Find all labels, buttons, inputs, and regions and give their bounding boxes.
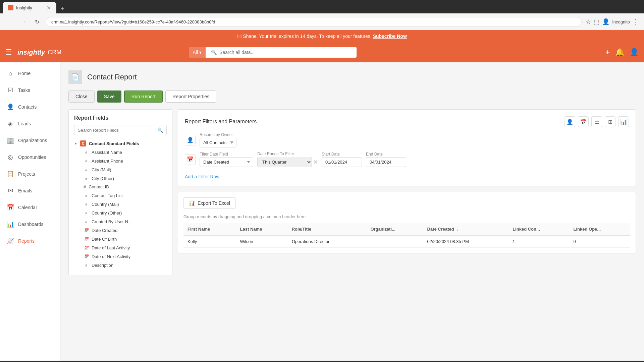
cell-first-name[interactable]: Kelly [183, 235, 236, 248]
calendar-icon: 📅 [7, 204, 14, 211]
field-item[interactable]: a Country (Other) [74, 208, 167, 217]
field-item[interactable]: 📅 Date Of Birth [74, 235, 167, 243]
field-name: Country (Mail) [92, 202, 119, 207]
subscribe-link[interactable]: Subscribe Now [373, 34, 407, 39]
field-item[interactable]: # Contact ID [74, 183, 167, 191]
tab-close-button[interactable]: ✕ [47, 5, 51, 11]
status-bar: https://crm.na1.insightly.com/Reports/Vi… [0, 361, 644, 362]
field-item[interactable]: 📅 Date of Next Activity [74, 252, 167, 261]
export-excel-button[interactable]: 📊 Export To Excel [183, 197, 236, 209]
back-button[interactable]: ← [5, 17, 15, 26]
sort-icon: ↕ [457, 227, 459, 231]
search-fields-wrap[interactable]: 🔍 [74, 125, 167, 135]
close-button[interactable]: Close [68, 90, 95, 103]
export-icon: 📊 [189, 200, 195, 206]
sidebar-item-label: Organizations [18, 138, 47, 143]
field-item[interactable]: a Country (Mail) [74, 200, 167, 208]
col-date-created[interactable]: Date Created ↕ [423, 223, 508, 235]
date-range-select[interactable]: This Quarter [257, 157, 312, 167]
menu-icon[interactable]: ⋮ [633, 18, 639, 25]
refresh-button[interactable]: ↻ [32, 17, 42, 26]
user-icon[interactable]: 👤 [630, 48, 639, 57]
trial-banner: Hi Shane. Your trial expires in 14 days.… [0, 30, 644, 42]
search-input[interactable] [219, 50, 351, 55]
active-tab[interactable]: Insightly ✕ [3, 2, 56, 13]
add-icon[interactable]: + [605, 48, 610, 57]
date-field-select[interactable]: Date Created [200, 157, 253, 167]
extension-icon[interactable]: ⬚ [594, 18, 599, 25]
field-name: Assistant Phone [92, 159, 123, 164]
sidebar-item-tasks[interactable]: ☑ Tasks [0, 82, 60, 99]
field-type-number-icon: # [84, 184, 86, 189]
url-bar[interactable]: crm.na1.insightly.com/Reports/View/?guid… [46, 17, 582, 27]
forward-button[interactable]: → [19, 17, 28, 26]
sidebar-item-emails[interactable]: ✉ Emails [0, 182, 60, 199]
clear-date-range-button[interactable]: ✕ [313, 159, 318, 165]
sidebar: ⌂ Home ☑ Tasks 👤 Contacts ◈ Leads 🏢 Orga… [0, 62, 60, 361]
field-item[interactable]: a City (Other) [74, 174, 167, 183]
app-layout: ⌂ Home ☑ Tasks 👤 Contacts ◈ Leads 🏢 Orga… [0, 62, 644, 361]
sidebar-item-label: Emails [18, 188, 32, 193]
field-item[interactable]: 📅 Date Created [74, 226, 167, 235]
sidebar-item-organizations[interactable]: 🏢 Organizations [0, 132, 60, 149]
col-first-name[interactable]: First Name [183, 223, 236, 235]
report-properties-button[interactable]: Report Properties [165, 90, 216, 103]
field-type-text-icon: a [84, 201, 89, 207]
dashboards-icon: 📊 [7, 221, 14, 228]
col-linked-ope[interactable]: Linked Ope... [570, 223, 630, 235]
sidebar-item-label: Contacts [18, 104, 37, 110]
run-report-button[interactable]: Run Report [124, 90, 163, 103]
col-organization[interactable]: Organizati... [366, 223, 423, 235]
notifications-icon[interactable]: 🔔 [615, 48, 624, 57]
date-filter-icon[interactable]: 📅 [578, 116, 589, 127]
field-group-contact: ▼ C Contact Standard Fields a Assistant … [74, 139, 167, 269]
incognito-icon: Incognito [612, 19, 630, 24]
sidebar-item-home[interactable]: ⌂ Home [0, 65, 60, 82]
columns-icon[interactable]: ⊞ [605, 116, 615, 127]
table-header-row: First Name Last Name Role/Title Organiza… [183, 223, 630, 235]
cell-last-name[interactable]: Wilson [236, 235, 288, 248]
field-item[interactable]: a Assistant Phone [74, 157, 167, 165]
col-role-title[interactable]: Role/Title [288, 223, 367, 235]
col-last-name[interactable]: Last Name [236, 223, 288, 235]
bookmark-icon[interactable]: ☆ [586, 18, 591, 25]
start-date-label: Start Date [322, 152, 362, 157]
filter-icon[interactable]: ☰ [591, 116, 602, 127]
field-group-header[interactable]: ▼ C Contact Standard Fields [74, 139, 167, 148]
field-type-text-icon: a [84, 262, 89, 268]
field-item[interactable]: 📅 Date of Last Activity [74, 243, 167, 252]
search-icon: 🔍 [211, 50, 217, 55]
field-name: Contact Tag List [92, 193, 123, 198]
owner-filter-icon[interactable]: 👤 [565, 116, 575, 127]
profile-icon[interactable]: 👤 [602, 18, 609, 25]
sidebar-item-calendar[interactable]: 📅 Calendar [0, 199, 60, 216]
field-item[interactable]: a Description [74, 261, 167, 269]
field-item[interactable]: a Created By User N... [74, 217, 167, 226]
new-tab-button[interactable]: + [58, 4, 67, 13]
field-item[interactable]: a Assistant Name [74, 148, 167, 157]
search-report-fields-input[interactable] [78, 128, 157, 133]
field-type-date-icon: 📅 [84, 245, 89, 250]
field-item[interactable]: a City (Mail) [74, 165, 167, 174]
sidebar-item-label: Projects [18, 171, 35, 177]
chart-icon[interactable]: 📊 [618, 116, 629, 127]
sidebar-item-reports[interactable]: 📈 Reports [0, 233, 60, 249]
hamburger-menu[interactable]: ☰ [5, 48, 12, 57]
sidebar-item-contacts[interactable]: 👤 Contacts [0, 99, 60, 115]
field-name: Description [92, 263, 113, 268]
sidebar-item-dashboards[interactable]: 📊 Dashboards [0, 216, 60, 233]
sidebar-item-leads[interactable]: ◈ Leads [0, 115, 60, 132]
add-filter-row-link[interactable]: Add a Filter Row [185, 174, 219, 179]
field-name: Country (Other) [92, 210, 122, 216]
sidebar-item-projects[interactable]: 📋 Projects [0, 166, 60, 182]
end-date-label: End Date [366, 152, 406, 157]
start-date-input[interactable] [322, 157, 362, 167]
search-filter-dropdown[interactable]: All ▾ [189, 47, 206, 58]
sidebar-item-opportunities[interactable]: ◎ Opportunities [0, 149, 60, 166]
col-linked-con[interactable]: Linked Con... [508, 223, 569, 235]
owner-select[interactable]: All Contacts [200, 138, 236, 147]
save-button[interactable]: Save [97, 90, 121, 103]
end-date-input[interactable] [366, 157, 406, 167]
search-input-wrap[interactable]: 🔍 [206, 47, 356, 58]
field-item[interactable]: a Contact Tag List [74, 191, 167, 200]
